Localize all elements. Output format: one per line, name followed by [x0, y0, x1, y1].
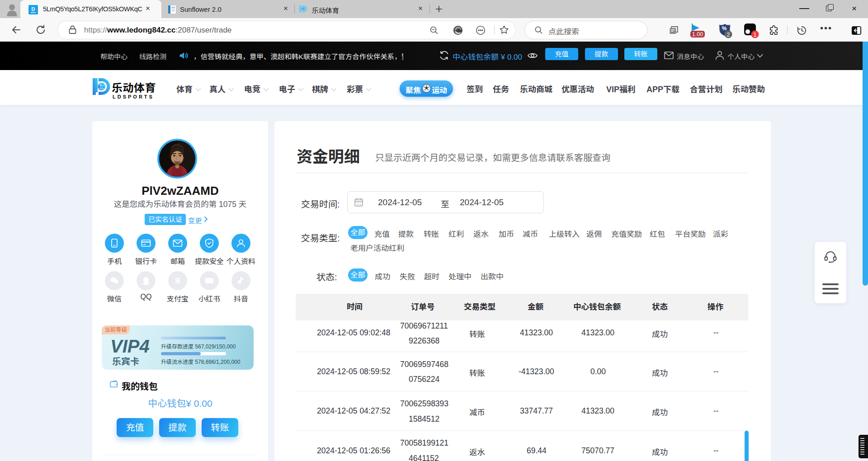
svg-text:1: 1 [754, 32, 757, 38]
svg-text:1.00: 1.00 [692, 31, 703, 38]
svg-text:%: % [722, 25, 727, 32]
svg-text:D: D [32, 6, 35, 12]
svg-text:支: 支 [175, 276, 181, 285]
svg-text:2: 2 [727, 32, 730, 38]
